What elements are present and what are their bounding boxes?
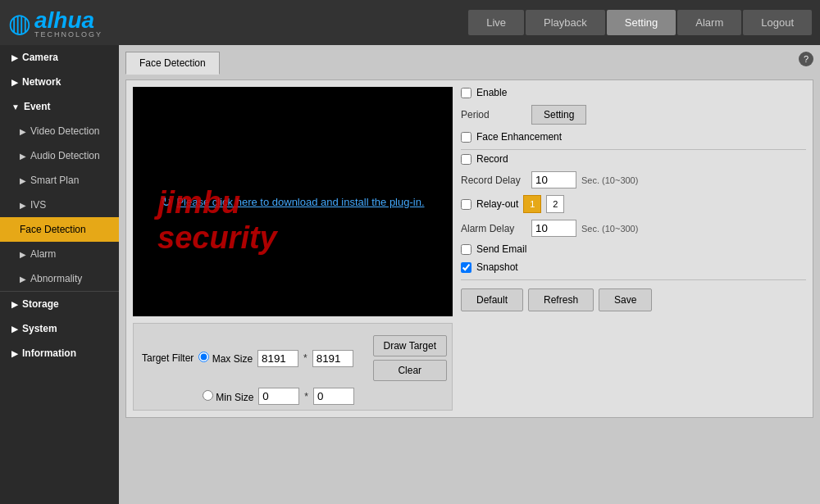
tab-face-detection[interactable]: Face Detection bbox=[125, 52, 220, 75]
sidebar-item-audio-detection[interactable]: ▶Audio Detection bbox=[0, 143, 119, 168]
record-checkbox[interactable] bbox=[461, 154, 472, 165]
layout: ▶Camera ▶Network ▼Event ▶Video Detection… bbox=[0, 45, 820, 504]
arrow-icon: ▶ bbox=[20, 201, 26, 210]
settings-panel: Enable Period Setting Face Enhancement R… bbox=[461, 87, 806, 411]
sidebar-item-alarm[interactable]: ▶Alarm bbox=[0, 242, 119, 266]
plugin-link[interactable]: Please click here to download and instal… bbox=[176, 196, 424, 208]
logo-sub: TECHNOLOGY bbox=[34, 30, 102, 39]
sidebar-item-network[interactable]: ▶Network bbox=[0, 70, 119, 94]
draw-target-button[interactable]: Draw Target bbox=[373, 335, 447, 356]
clear-button[interactable]: Clear bbox=[373, 360, 447, 381]
nav-live[interactable]: Live bbox=[468, 10, 524, 35]
relay-out-row: Relay-out 1 2 bbox=[461, 195, 806, 213]
target-filter-label: Target Filter bbox=[142, 352, 194, 364]
nav-buttons: Live Playback Setting Alarm Logout bbox=[468, 10, 812, 35]
separator2: * bbox=[304, 391, 308, 402]
enable-checkbox[interactable] bbox=[461, 88, 472, 98]
arrow-icon: ▶ bbox=[20, 250, 26, 259]
logo-icon: ◍ bbox=[8, 7, 31, 39]
send-email-row: Send Email bbox=[461, 243, 806, 255]
record-row: Record bbox=[461, 153, 806, 165]
video-screen: ↻ Please click here to download and inst… bbox=[133, 87, 453, 316]
sidebar-item-storage[interactable]: ▶Storage bbox=[0, 291, 119, 316]
snapshot-label[interactable]: Snapshot bbox=[476, 261, 518, 273]
arrow-icon: ▶ bbox=[20, 127, 26, 136]
snapshot-checkbox[interactable] bbox=[461, 262, 472, 273]
sidebar-item-system[interactable]: ▶System bbox=[0, 316, 119, 341]
logo: ◍ alhua TECHNOLOGY bbox=[8, 7, 102, 39]
arrow-icon: ▶ bbox=[11, 78, 18, 87]
record-delay-hint: Sec. (10~300) bbox=[581, 175, 638, 185]
relay-out-label[interactable]: Relay-out bbox=[476, 198, 518, 210]
face-enhance-checkbox[interactable] bbox=[461, 132, 472, 143]
header: ◍ alhua TECHNOLOGY Live Playback Setting… bbox=[0, 0, 820, 45]
bottom-buttons: Default Refresh Save bbox=[461, 288, 806, 311]
record-label[interactable]: Record bbox=[476, 153, 508, 165]
download-icon: ↻ bbox=[161, 194, 171, 210]
relay-out-checkbox[interactable] bbox=[461, 199, 472, 210]
arrow-icon: ▼ bbox=[11, 102, 20, 111]
sidebar-item-event[interactable]: ▼Event bbox=[0, 94, 119, 119]
max-size-radio[interactable] bbox=[198, 352, 209, 362]
min-height-input[interactable] bbox=[313, 388, 354, 405]
video-wrapper: ↻ Please click here to download and inst… bbox=[133, 87, 453, 316]
arrow-icon: ▶ bbox=[20, 275, 26, 284]
face-enhance-row: Face Enhancement bbox=[461, 131, 806, 143]
arrow-icon: ▶ bbox=[11, 349, 18, 358]
sidebar-item-video-detection[interactable]: ▶Video Detection bbox=[0, 119, 119, 143]
snapshot-row: Snapshot bbox=[461, 261, 806, 273]
arrow-icon: ▶ bbox=[11, 325, 18, 334]
period-row: Period Setting bbox=[461, 105, 806, 125]
help-icon[interactable]: ? bbox=[799, 52, 813, 66]
sidebar-item-ivs[interactable]: ▶IVS bbox=[0, 193, 119, 217]
sidebar-item-smart-plan[interactable]: ▶Smart Plan bbox=[0, 168, 119, 193]
nav-logout[interactable]: Logout bbox=[743, 10, 812, 35]
filter-row-min: Min Size * bbox=[139, 388, 447, 405]
refresh-button[interactable]: Refresh bbox=[528, 288, 594, 311]
alarm-delay-row: Alarm Delay Sec. (10~300) bbox=[461, 220, 806, 237]
min-size-radio[interactable] bbox=[203, 390, 213, 401]
period-setting-button[interactable]: Setting bbox=[531, 105, 586, 125]
sidebar-item-abnormality[interactable]: ▶Abnormality bbox=[0, 266, 119, 291]
enable-label[interactable]: Enable bbox=[476, 87, 507, 98]
relay-btn-1[interactable]: 1 bbox=[523, 195, 541, 213]
max-size-radio-label[interactable]: Max Size bbox=[198, 352, 253, 365]
target-filter: Target Filter Max Size * Draw Target Cle… bbox=[133, 323, 453, 411]
min-width-input[interactable] bbox=[258, 388, 299, 405]
save-button[interactable]: Save bbox=[599, 288, 652, 311]
nav-playback[interactable]: Playback bbox=[526, 10, 605, 35]
send-email-label[interactable]: Send Email bbox=[476, 243, 526, 255]
send-email-checkbox[interactable] bbox=[461, 244, 472, 255]
record-delay-row: Record Delay Sec. (10~300) bbox=[461, 171, 806, 188]
sidebar-item-face-detection[interactable]: Face Detection bbox=[0, 217, 119, 242]
alarm-delay-input[interactable] bbox=[531, 220, 576, 237]
divider1 bbox=[461, 149, 806, 150]
filter-actions: Draw Target Clear bbox=[373, 335, 447, 381]
arrow-icon: ▶ bbox=[11, 53, 18, 62]
sidebar-item-camera[interactable]: ▶Camera bbox=[0, 45, 119, 70]
arrow-icon: ▶ bbox=[11, 300, 18, 309]
arrow-icon: ▶ bbox=[20, 152, 26, 161]
face-enhance-label[interactable]: Face Enhancement bbox=[476, 131, 562, 143]
tab-bar: Face Detection ? bbox=[125, 52, 813, 75]
min-size-label: Min Size bbox=[216, 392, 253, 403]
filter-row-max: Target Filter Max Size * Draw Target Cle… bbox=[139, 335, 447, 381]
arrow-icon: ▶ bbox=[20, 176, 26, 185]
max-height-input[interactable] bbox=[312, 350, 353, 367]
relay-btn-2[interactable]: 2 bbox=[546, 195, 564, 213]
nav-setting[interactable]: Setting bbox=[607, 10, 676, 35]
separator: * bbox=[303, 352, 308, 364]
main-content: Face Detection ? ↻ Please click here to … bbox=[119, 45, 820, 504]
nav-alarm[interactable]: Alarm bbox=[677, 10, 741, 35]
max-width-input[interactable] bbox=[257, 350, 298, 367]
logo-text: alhua bbox=[34, 7, 94, 33]
enable-row: Enable bbox=[461, 87, 806, 98]
content-area: ↻ Please click here to download and inst… bbox=[125, 79, 813, 418]
min-size-radio-label[interactable]: Min Size bbox=[203, 390, 253, 403]
video-panel: ↻ Please click here to download and inst… bbox=[133, 87, 453, 411]
record-delay-label: Record Delay bbox=[461, 175, 526, 186]
divider2 bbox=[461, 279, 806, 280]
record-delay-input[interactable] bbox=[531, 171, 576, 188]
default-button[interactable]: Default bbox=[461, 288, 523, 311]
sidebar-item-information[interactable]: ▶Information bbox=[0, 341, 119, 366]
